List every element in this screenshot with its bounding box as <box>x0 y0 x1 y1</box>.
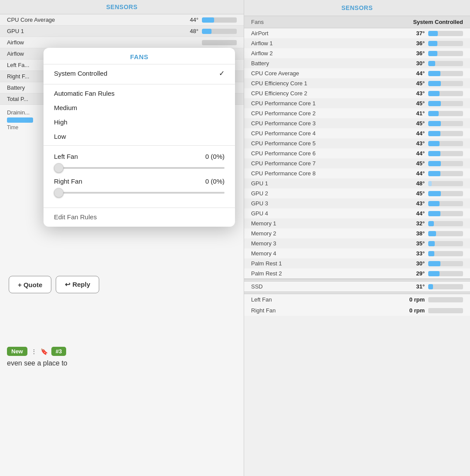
sensors-group: AirPort 37° Airflow 1 36° Airflow 2 36° … <box>244 28 470 279</box>
share-icon[interactable]: ⋮ <box>31 348 37 355</box>
bookmark-icon[interactable]: 🔖 <box>40 348 48 355</box>
list-item: CPU Core Average 44° <box>0 14 244 26</box>
fans-menu-medium[interactable]: Medium <box>44 101 235 115</box>
right-fan-label: Right Fan <box>54 178 82 185</box>
right-sensors-header: SENSORS <box>244 0 470 16</box>
list-item: CPU Performance Core 6 44° <box>244 148 470 158</box>
fans-menu-high[interactable]: High <box>44 115 235 129</box>
list-item: Memory 4 33° <box>244 248 470 258</box>
right-fan-row: Right Fan 0 rpm <box>244 305 470 316</box>
list-item: CPU Performance Core 4 44° <box>244 128 470 138</box>
list-item: Memory 2 38° <box>244 228 470 238</box>
list-item: CPU Efficiency Core 2 43° <box>244 88 470 98</box>
list-item: GPU 2 45° <box>244 188 470 198</box>
fans-menu-auto[interactable]: Automatic Fan Rules <box>44 86 235 101</box>
list-item: CPU Efficiency Core 1 45° <box>244 78 470 88</box>
left-fan-label: Left Fan <box>54 153 78 160</box>
list-item: CPU Performance Core 7 45° <box>244 158 470 168</box>
list-item: CPU Performance Core 3 45° <box>244 118 470 128</box>
list-item: GPU 1 48° <box>0 26 244 37</box>
list-item: CPU Core Average 44° <box>244 68 470 78</box>
list-item: Palm Rest 2 29° <box>244 268 470 278</box>
post-number-badge: #3 <box>51 347 66 356</box>
checkmark-icon: ✓ <box>219 69 225 77</box>
list-item: Battery 30° <box>244 58 470 68</box>
quote-button[interactable]: + Quote <box>9 276 51 293</box>
list-item: CPU Performance Core 8 44° <box>244 168 470 178</box>
fan-sliders-section: Left Fan 0 (0%) Right Fan 0 (0%) <box>44 147 235 208</box>
post-text: even see a place to <box>7 359 237 367</box>
list-item: Airflow 2 36° <box>244 48 470 58</box>
ssd-row: SSD 31° <box>244 282 470 292</box>
list-item: GPU 1 48° <box>244 178 470 188</box>
post-item: New ⋮ 🔖 #3 even see a place to <box>0 342 244 372</box>
column-fans-label: Fans <box>251 19 413 25</box>
list-item: GPU 3 43° <box>244 198 470 208</box>
list-item: AirPort 37° <box>244 28 470 38</box>
column-value-label: System Controlled <box>413 19 463 25</box>
draining-bar <box>7 117 33 123</box>
fans-menu-low[interactable]: Low <box>44 129 235 144</box>
fans-popup-header: FANS <box>44 48 235 64</box>
list-item: Palm Rest 1 30° <box>244 258 470 268</box>
right-fan-slider[interactable] <box>54 192 225 194</box>
post-badges: New ⋮ 🔖 #3 <box>7 347 237 356</box>
list-item: Memory 3 35° <box>244 238 470 248</box>
left-fan-value: 0 (0%) <box>205 153 225 160</box>
list-item: CPU Performance Core 1 45° <box>244 98 470 108</box>
left-sensors-header: SENSORS <box>0 0 244 14</box>
right-sensors-subheader: Fans System Controlled <box>244 16 470 28</box>
left-fan-row: Left Fan 0 rpm <box>244 294 470 305</box>
fans-menu-system-controlled[interactable]: System Controlled ✓ <box>44 64 235 82</box>
fans-popup: FANS System Controlled ✓ Automatic Fan R… <box>44 48 235 227</box>
right-fan-value: 0 (0%) <box>205 178 225 185</box>
new-badge: New <box>7 347 27 356</box>
list-item: Memory 1 32° <box>244 218 470 228</box>
fans-divider <box>44 84 235 84</box>
list-item: CPU Performance Core 5 43° <box>244 138 470 148</box>
fans-divider-2 <box>44 145 235 146</box>
list-item: GPU 4 44° <box>244 208 470 218</box>
list-item: Airflow <box>0 37 244 48</box>
list-item: Airflow 1 36° <box>244 38 470 48</box>
left-fan-slider-row: Left Fan 0 (0%) <box>54 153 225 171</box>
right-panel: SENSORS Fans System Controlled AirPort 3… <box>244 0 470 476</box>
right-fan-slider-row: Right Fan 0 (0%) <box>54 178 225 195</box>
left-fan-slider[interactable] <box>54 167 225 169</box>
reply-button[interactable]: ↩ Reply <box>56 276 99 293</box>
list-item: CPU Performance Core 2 41° <box>244 108 470 118</box>
forum-buttons: + Quote ↩ Reply <box>9 276 99 293</box>
edit-fan-rules-button[interactable]: Edit Fan Rules <box>44 208 235 227</box>
